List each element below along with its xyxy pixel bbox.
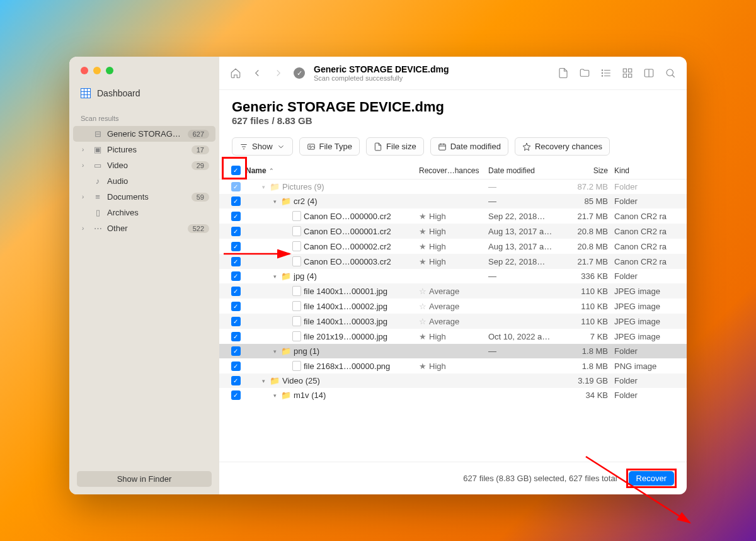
- sidebar-item-label: Video: [107, 161, 188, 170]
- row-checkbox[interactable]: ✓: [231, 196, 241, 206]
- chevron-right-icon: ›: [82, 162, 88, 169]
- date-modified: —: [488, 346, 564, 356]
- count-badge: 29: [192, 161, 209, 170]
- table-row[interactable]: ✓▾📁cr2 (4)—85 MBFolder: [219, 194, 687, 208]
- table-row[interactable]: ✓Canon EO…000000.cr2★HighSep 22, 2018…21…: [219, 208, 687, 224]
- file-kind: Canon CR2 ra: [614, 242, 674, 251]
- file-view-icon[interactable]: [557, 67, 570, 79]
- table-row[interactable]: ✓▾📁Pictures (9)—87.2 MBFolder: [219, 179, 687, 194]
- columns-icon[interactable]: [643, 67, 655, 79]
- file-name: Canon EO…000003.cr2: [304, 257, 391, 266]
- row-checkbox[interactable]: ✓: [231, 390, 241, 400]
- row-checkbox[interactable]: ✓: [231, 227, 241, 236]
- select-all-checkbox[interactable]: ✓: [231, 166, 241, 175]
- archive-icon: ▯: [92, 208, 103, 217]
- table-row[interactable]: ✓▾📁Video (25)3.19 GBFolder: [219, 373, 687, 388]
- disclosure-triangle-icon[interactable]: ▾: [271, 392, 278, 399]
- toolbar: ✓ Generic STORAGE DEVICE.dmg Scan comple…: [219, 57, 687, 90]
- file-kind: Folder: [614, 346, 674, 356]
- zoom-icon[interactable]: [106, 67, 113, 74]
- folder-view-icon[interactable]: [578, 67, 591, 79]
- video-icon: ▭: [92, 161, 103, 170]
- list-view-icon[interactable]: [600, 67, 612, 79]
- table-row[interactable]: ✓Canon EO…000001.cr2★HighAug 13, 2017 a……: [219, 224, 687, 239]
- table-row[interactable]: ✓▾📁m1v (14)34 KBFolder: [219, 388, 687, 402]
- show-in-finder-button[interactable]: Show in Finder: [77, 471, 212, 487]
- sidebar-item[interactable]: ›▣Pictures17: [73, 142, 215, 157]
- search-icon[interactable]: [664, 67, 677, 79]
- back-icon[interactable]: [251, 67, 263, 79]
- row-checkbox[interactable]: ✓: [231, 212, 241, 221]
- recovery-chance: Average: [429, 287, 459, 296]
- sidebar-item[interactable]: ›≡Documents59: [73, 189, 215, 205]
- recovery-chance: High: [429, 227, 446, 236]
- file-icon: [292, 316, 301, 326]
- file-list[interactable]: ✓▾📁Pictures (9)—87.2 MBFolder✓▾📁cr2 (4)—…: [219, 179, 687, 462]
- table-row[interactable]: ✓file 1400x1…00001.jpg☆Average110 KBJPEG…: [219, 283, 687, 299]
- file-kind: Folder: [614, 196, 674, 206]
- file-size: 20.8 MB: [564, 242, 614, 251]
- close-icon[interactable]: [81, 67, 88, 74]
- table-row[interactable]: ✓file 2168x1…00000.png★High1.8 MBPNG ima…: [219, 358, 687, 373]
- table-row[interactable]: ✓file 1400x1…00003.jpg☆Average110 KBJPEG…: [219, 314, 687, 329]
- column-kind[interactable]: Kind: [614, 166, 674, 175]
- sidebar-item[interactable]: ›⋯Other522: [73, 220, 215, 236]
- row-checkbox[interactable]: ✓: [231, 346, 241, 356]
- file-icon: [292, 301, 301, 311]
- row-checkbox[interactable]: ✓: [231, 302, 241, 311]
- folder-icon: 📁: [281, 196, 291, 206]
- forward-icon[interactable]: [272, 67, 285, 79]
- svg-rect-6: [623, 69, 626, 72]
- file-size: 7 KB: [564, 332, 614, 341]
- row-checkbox[interactable]: ✓: [231, 376, 241, 385]
- sidebar-dashboard[interactable]: Dashboard: [69, 83, 219, 103]
- date-modified: Sep 22, 2018…: [488, 257, 564, 266]
- file-icon: [292, 226, 301, 236]
- file-kind: Folder: [614, 271, 674, 281]
- disclosure-triangle-icon[interactable]: ▾: [271, 348, 278, 355]
- sidebar-item[interactable]: ♪Audio: [73, 173, 215, 189]
- table-row[interactable]: ✓file 201x19…00000.jpg★HighOct 10, 2022 …: [219, 329, 687, 344]
- file-kind: Canon CR2 ra: [614, 227, 674, 236]
- column-size[interactable]: Size: [564, 166, 614, 175]
- recovery-chance: High: [429, 332, 446, 341]
- table-row[interactable]: ✓file 1400x1…00002.jpg☆Average110 KBJPEG…: [219, 299, 687, 314]
- file-kind: Canon CR2 ra: [614, 212, 674, 221]
- recovery-chance: High: [429, 212, 446, 221]
- sidebar-item[interactable]: ▯Archives: [73, 205, 215, 220]
- filter-show[interactable]: Show: [232, 137, 293, 156]
- row-checkbox[interactable]: ✓: [231, 271, 241, 281]
- disclosure-triangle-icon[interactable]: ▾: [271, 273, 278, 280]
- row-checkbox[interactable]: ✓: [231, 317, 241, 326]
- sidebar-item-label: Other: [107, 224, 184, 233]
- filter-file-type[interactable]: File Type: [299, 137, 360, 156]
- filter-file-size[interactable]: File size: [366, 137, 424, 156]
- table-row[interactable]: ✓▾📁jpg (4)—336 KBFolder: [219, 269, 687, 283]
- star-icon: ★: [419, 227, 427, 236]
- file-size: 21.7 MB: [564, 212, 614, 221]
- page-title: Generic STORAGE DEVICE.dmg: [232, 99, 674, 115]
- file-kind: PNG image: [614, 362, 674, 371]
- sidebar-item-label: Documents: [107, 192, 188, 202]
- date-modified: Aug 13, 2017 a…: [488, 227, 564, 236]
- sidebar-item[interactable]: ›▭Video29: [73, 157, 215, 173]
- row-checkbox[interactable]: ✓: [231, 332, 241, 341]
- column-name[interactable]: Name⌃: [246, 166, 419, 175]
- chevron-right-icon: ›: [82, 193, 88, 200]
- row-checkbox[interactable]: ✓: [231, 182, 241, 191]
- disclosure-triangle-icon[interactable]: ▾: [260, 184, 267, 190]
- doc-icon: ≡: [92, 192, 103, 202]
- disclosure-triangle-icon[interactable]: ▾: [260, 378, 267, 384]
- row-checkbox[interactable]: ✓: [231, 287, 241, 296]
- column-date-modified[interactable]: Date modified: [488, 166, 564, 175]
- column-recovery-chances[interactable]: Recover…hances: [419, 166, 488, 175]
- grid-view-icon[interactable]: [621, 67, 634, 79]
- home-icon[interactable]: [229, 67, 242, 79]
- row-checkbox[interactable]: ✓: [231, 362, 241, 371]
- filter-recovery-chances[interactable]: Recovery chances: [515, 137, 610, 156]
- disclosure-triangle-icon[interactable]: ▾: [271, 198, 278, 205]
- table-row[interactable]: ✓▾📁png (1)—1.8 MBFolder: [219, 344, 687, 358]
- sidebar-item[interactable]: ⊟Generic STORAG…627: [73, 126, 215, 142]
- minimize-icon[interactable]: [93, 67, 101, 74]
- filter-date-modified[interactable]: Date modified: [430, 137, 508, 156]
